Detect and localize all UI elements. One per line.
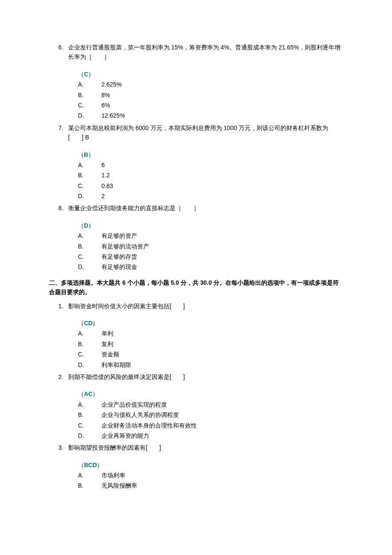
section-2-header: 二、多项选择题。本大题共 6 个小题，每小题 5.0 分，共 30.0 分。在每… bbox=[49, 278, 343, 297]
options-list: A.2.625% B.8% C.6% D.12.625% bbox=[78, 80, 343, 121]
options-list: A.企业产品价值实现的程度 B.企业与债权人关系的协调程度 C.企业财务活动本身… bbox=[78, 400, 343, 441]
option-c: C.资金额 bbox=[78, 350, 343, 359]
option-letter: A. bbox=[78, 329, 101, 338]
question-header: 7. 某公司本期息税前利润为 6000 万元，本期实际利息费用为 1000 万元… bbox=[49, 123, 343, 142]
option-text: 无风险报酬率 bbox=[101, 481, 343, 490]
option-c: C.0.83 bbox=[78, 181, 343, 191]
option-letter: B. bbox=[78, 242, 101, 251]
section-prefix: 二、多项选择题。本大题共 bbox=[49, 279, 122, 286]
option-text: 企业产品价值实现的程度 bbox=[101, 400, 343, 409]
option-letter: D. bbox=[78, 360, 101, 370]
option-letter: B. bbox=[78, 410, 101, 419]
question-number: 8. bbox=[49, 203, 68, 213]
option-letter: C. bbox=[78, 252, 101, 261]
question-number: 2. bbox=[49, 372, 68, 382]
option-letter: B. bbox=[78, 339, 101, 349]
question-text: 影响期望投资报酬率的因素有[ ] bbox=[68, 443, 343, 452]
option-text: 企业财务活动本身的合理性和有效性 bbox=[101, 421, 343, 430]
question-number: 3. bbox=[49, 443, 68, 452]
option-letter: A. bbox=[78, 471, 101, 480]
option-text: 8% bbox=[101, 90, 343, 100]
question-header: 3. 影响期望投资报酬率的因素有[ ] bbox=[49, 443, 343, 452]
option-a: A.有足够的资产 bbox=[78, 231, 343, 240]
option-text: 企业再筹资的能力 bbox=[101, 431, 343, 440]
option-letter: C. bbox=[78, 421, 101, 430]
option-letter: D. bbox=[78, 431, 101, 440]
option-text: 6 bbox=[101, 160, 343, 170]
option-b: B.有足够的流动资产 bbox=[78, 242, 343, 251]
option-letter: A. bbox=[78, 80, 101, 89]
answer-key: BCD bbox=[84, 462, 97, 468]
option-letter: A. bbox=[78, 160, 101, 170]
question-text: 企业发行普通股股票，第一年股利率为 15%，筹资费率为 4%。普通股成本率为 2… bbox=[68, 43, 343, 62]
question-6: 6. 企业发行普通股股票，第一年股利率为 15%，筹资费率为 4%。普通股成本率… bbox=[49, 43, 343, 121]
option-letter: B. bbox=[78, 171, 101, 180]
total-points: 30.0 bbox=[200, 279, 212, 286]
option-text: 有足够的资产 bbox=[101, 231, 343, 240]
option-letter: B. bbox=[78, 90, 101, 100]
option-text: 6% bbox=[101, 101, 343, 110]
option-text: 利率和期限 bbox=[101, 360, 343, 370]
option-letter: D. bbox=[78, 191, 101, 201]
option-letter: C. bbox=[78, 350, 101, 359]
option-text: 市场利率 bbox=[101, 471, 343, 480]
option-text: 资金额 bbox=[101, 350, 343, 359]
option-c: C.企业财务活动本身的合理性和有效性 bbox=[78, 421, 343, 430]
question-number: 6. bbox=[49, 43, 68, 52]
answer-key: AC bbox=[84, 390, 92, 397]
option-b: B.复利 bbox=[78, 339, 343, 349]
answer-key: D bbox=[84, 222, 88, 229]
option-letter: D. bbox=[78, 262, 101, 272]
points-per-question: 5.0 bbox=[170, 279, 179, 286]
option-c: C.6% bbox=[78, 101, 343, 110]
answer-line: （C） bbox=[78, 69, 343, 79]
question-8: 8. 衡量企业偿还到期债务能力的直接标志是［ ］ （D） A.有足够的资产 B.… bbox=[49, 203, 343, 272]
option-text: 有足够的流动资产 bbox=[101, 242, 343, 251]
answer-line: （CD） bbox=[78, 318, 343, 328]
option-d: D.2 bbox=[78, 191, 343, 201]
question-2-1: 1. 影响资金时间价值大小的因素主要包括[ ] （CD） A.单利 B.复利 C… bbox=[49, 301, 343, 370]
question-header: 8. 衡量企业偿还到期债务能力的直接标志是［ ］ bbox=[49, 203, 343, 213]
answer-line: （AC） bbox=[78, 389, 343, 399]
option-b: B.无风险报酬率 bbox=[78, 481, 343, 490]
option-letter: C. bbox=[78, 181, 101, 191]
question-2-2: 2. 到期不能偿债的风险的最终决定因素是[ ] （AC） A.企业产品价值实现的… bbox=[49, 372, 343, 440]
option-text: 2 bbox=[101, 191, 343, 201]
option-letter: B. bbox=[78, 481, 101, 490]
option-letter: A. bbox=[78, 400, 101, 409]
question-text: 某公司本期息税前利润为 6000 万元，本期实际利息费用为 1000 万元，则该… bbox=[68, 123, 343, 142]
question-header: 1. 影响资金时间价值大小的因素主要包括[ ] bbox=[49, 301, 343, 311]
option-text: 单利 bbox=[101, 329, 343, 338]
question-count: 6 bbox=[122, 279, 126, 286]
options-list: A.有足够的资产 B.有足够的流动资产 C.有足够的存货 D.有足够的现金 bbox=[78, 231, 343, 272]
option-letter: D. bbox=[78, 111, 101, 120]
option-d: D.12.625% bbox=[78, 111, 343, 120]
option-text: 企业与债权人关系的协调程度 bbox=[101, 410, 343, 419]
question-number: 7. bbox=[49, 123, 68, 133]
options-list: A.市场利率 B.无风险报酬率 bbox=[78, 471, 343, 491]
question-text: 影响资金时间价值大小的因素主要包括[ ] bbox=[68, 301, 343, 311]
question-7: 7. 某公司本期息税前利润为 6000 万元，本期实际利息费用为 1000 万元… bbox=[49, 123, 343, 201]
option-text: 复利 bbox=[101, 339, 343, 349]
question-header: 6. 企业发行普通股股票，第一年股利率为 15%，筹资费率为 4%。普通股成本率… bbox=[49, 43, 343, 62]
section-mid2: 分，共 bbox=[179, 279, 200, 286]
question-text: 衡量企业偿还到期债务能力的直接标志是［ ］ bbox=[68, 203, 343, 213]
answer-line: （B） bbox=[78, 150, 343, 159]
question-number: 1. bbox=[49, 301, 68, 311]
option-a: A.企业产品价值实现的程度 bbox=[78, 400, 343, 409]
option-d: D.有足够的现金 bbox=[78, 262, 343, 272]
option-b: B.8% bbox=[78, 90, 343, 100]
question-2-3: 3. 影响期望投资报酬率的因素有[ ] （BCD） A.市场利率 B.无风险报酬… bbox=[49, 443, 343, 491]
option-a: A.6 bbox=[78, 160, 343, 170]
option-a: A.单利 bbox=[78, 329, 343, 338]
option-letter: C. bbox=[78, 101, 101, 110]
section-mid1: 个小题，每小题 bbox=[126, 279, 171, 286]
option-d: D.企业再筹资的能力 bbox=[78, 431, 343, 440]
option-b: B.1.2 bbox=[78, 171, 343, 180]
option-text: 2.625% bbox=[101, 80, 343, 89]
answer-key: C bbox=[84, 71, 88, 78]
option-d: D.利率和期限 bbox=[78, 360, 343, 370]
option-letter: A. bbox=[78, 231, 101, 240]
option-text: 1.2 bbox=[101, 171, 343, 180]
options-list: A.6 B.1.2 C.0.83 D.2 bbox=[78, 160, 343, 201]
